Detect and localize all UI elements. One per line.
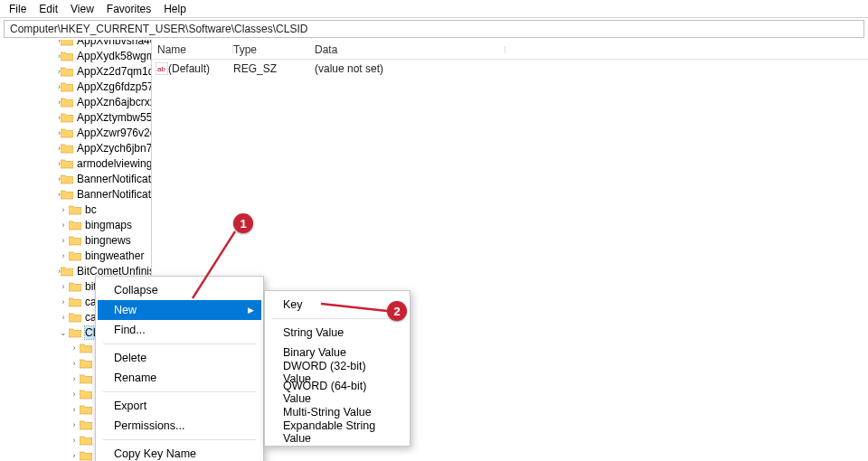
- menu-item-collapse[interactable]: Collapse: [98, 280, 261, 300]
- expand-icon[interactable]: ›: [69, 374, 80, 383]
- tree-item-label: bc: [85, 203, 97, 216]
- menu-item-copy-key-name[interactable]: Copy Key Name: [98, 444, 261, 461]
- expand-icon[interactable]: ›: [69, 451, 80, 460]
- tree-item[interactable]: ›BannerNotificati: [7, 186, 151, 202]
- menu-item-label: New: [114, 304, 137, 316]
- tree-item[interactable]: ›bingweather: [7, 248, 151, 263]
- folder-icon: [69, 220, 81, 230]
- tree-item-label: bingweather: [85, 249, 144, 262]
- menu-edit[interactable]: Edit: [33, 3, 63, 15]
- tree-item[interactable]: ›AppXydk58wgm4: [7, 48, 151, 63]
- col-name[interactable]: Name: [157, 43, 186, 56]
- menubar[interactable]: FileEditViewFavoritesHelp: [0, 0, 868, 18]
- tree-item[interactable]: ›AppXvnbvsna40: [7, 40, 151, 48]
- tree-item-label: AppXzn6ajbcrxx: [77, 96, 152, 108]
- expand-icon[interactable]: ›: [69, 390, 80, 399]
- tree-item[interactable]: ›bingnews: [7, 232, 151, 248]
- tree-item-label: AppXz2d7qm1dn: [77, 65, 152, 78]
- tree-item[interactable]: ›armodelviewing: [7, 155, 151, 171]
- callout-2: 2: [387, 301, 407, 321]
- menu-view[interactable]: View: [65, 3, 99, 15]
- folder-icon: [80, 450, 92, 461]
- expand-icon[interactable]: ›: [58, 282, 69, 291]
- expand-icon[interactable]: ›: [58, 251, 69, 260]
- menu-item-rename[interactable]: Rename: [98, 368, 261, 388]
- menu-file[interactable]: File: [4, 3, 32, 15]
- menu-item-permissions[interactable]: Permissions...: [98, 416, 261, 436]
- tree-item-label: AppXzg6fdzp57dj: [77, 80, 152, 93]
- value-type: REG_SZ: [233, 62, 315, 75]
- folder-icon: [80, 358, 92, 369]
- folder-icon: [69, 204, 81, 215]
- expand-icon[interactable]: ›: [69, 420, 80, 429]
- expand-icon[interactable]: ⌄: [58, 328, 69, 337]
- value-row[interactable]: (Default)REG_SZ(value not set): [152, 60, 868, 78]
- tree-item[interactable]: ›AppXzwr976v2e0: [7, 125, 151, 140]
- tree-item[interactable]: ›BannerNotificati: [7, 171, 151, 186]
- tree-item-label: BannerNotificati: [77, 188, 152, 201]
- expand-icon[interactable]: ›: [58, 236, 69, 245]
- menu-favorites[interactable]: Favorites: [101, 3, 156, 15]
- folder-icon: [69, 250, 81, 261]
- expand-icon[interactable]: ›: [69, 343, 80, 353]
- callout-1: 1: [233, 213, 253, 233]
- menu-item-find[interactable]: Find...: [98, 320, 261, 340]
- tree-item-label: BannerNotificati: [77, 173, 152, 185]
- expand-icon[interactable]: ›: [58, 313, 69, 322]
- tree-item-label: armodelviewing: [77, 157, 152, 170]
- expand-icon[interactable]: ›: [58, 205, 69, 214]
- menu-item-label: Multi-String Value: [283, 406, 372, 419]
- menu-item-label: Find...: [114, 324, 146, 336]
- folder-icon: [80, 389, 92, 400]
- tree-item[interactable]: ›AppXzn6ajbcrxx: [7, 94, 151, 109]
- tree-item-label: AppXztymbw55c: [77, 111, 152, 124]
- folder-icon: [69, 296, 81, 307]
- tree-item[interactable]: ›AppXzg6fdzp57dj: [7, 79, 151, 94]
- submenu-item-qword-64-bit-value[interactable]: QWORD (64-bit) Value: [267, 382, 408, 402]
- folder-icon: [69, 327, 81, 338]
- value-name: (Default): [168, 62, 233, 75]
- col-type[interactable]: Type: [233, 43, 257, 56]
- tree-item-label: AppXzych6jbn7p: [77, 142, 152, 155]
- tree-item[interactable]: ›bc: [7, 202, 151, 217]
- list-header[interactable]: Name Type Data: [152, 40, 868, 60]
- menu-item-label: Delete: [114, 352, 146, 364]
- folder-icon: [61, 189, 73, 200]
- tree-item[interactable]: ›AppXz2d7qm1dn: [7, 63, 151, 79]
- expand-icon[interactable]: ›: [69, 359, 80, 368]
- menu-separator: [272, 318, 402, 319]
- tree-item-label: AppXvnbvsna40: [77, 40, 152, 47]
- expand-icon[interactable]: ›: [58, 221, 69, 230]
- menu-item-export[interactable]: Export: [98, 396, 261, 416]
- menu-item-label: Collapse: [114, 284, 158, 296]
- folder-icon: [61, 266, 73, 277]
- tree-item-label: bingnews: [85, 234, 131, 247]
- menu-item-label: String Value: [283, 326, 344, 339]
- submenu-item-expandable-string-value[interactable]: Expandable String Value: [267, 422, 408, 442]
- expand-icon[interactable]: ›: [58, 297, 69, 306]
- folder-icon: [61, 143, 73, 154]
- menu-item-new[interactable]: New▶: [98, 300, 261, 320]
- menu-item-label: Expandable String Value: [283, 419, 381, 445]
- submenu-item-string-value[interactable]: String Value: [267, 323, 408, 343]
- tree-item[interactable]: ›AppXzych6jbn7p: [7, 140, 151, 155]
- value-data: (value not set): [315, 62, 868, 75]
- folder-icon: [80, 373, 92, 384]
- expand-icon[interactable]: ›: [69, 436, 80, 445]
- expand-icon[interactable]: ›: [69, 405, 80, 414]
- menu-item-label: Export: [114, 400, 146, 412]
- tree-item-label: AppXzwr976v2e0: [77, 127, 152, 139]
- folder-icon: [61, 40, 73, 46]
- menu-item-delete[interactable]: Delete: [98, 348, 261, 368]
- menu-item-label: Copy Key Name: [114, 447, 196, 460]
- menu-help[interactable]: Help: [158, 3, 192, 15]
- tree-item[interactable]: ›bingmaps: [7, 217, 151, 232]
- folder-icon: [61, 112, 73, 123]
- menu-item-label: QWORD (64-bit) Value: [283, 380, 381, 405]
- folder-icon: [80, 419, 92, 430]
- menu-item-label: Binary Value: [283, 346, 346, 359]
- address-bar[interactable]: Computer\HKEY_CURRENT_USER\Software\Clas…: [4, 20, 864, 38]
- col-data[interactable]: Data: [315, 43, 337, 56]
- tree-item[interactable]: ›AppXztymbw55c: [7, 109, 151, 125]
- context-menu[interactable]: CollapseNew▶Find...DeleteRenameExportPer…: [95, 276, 264, 461]
